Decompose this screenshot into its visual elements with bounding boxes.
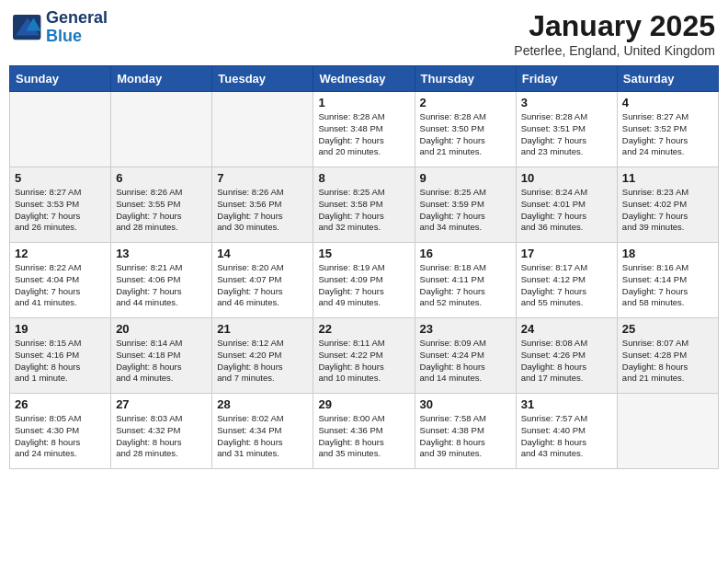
day-number: 2 — [420, 96, 511, 109]
day-info: Sunrise: 8:27 AM Sunset: 3:52 PM Dayligh… — [622, 111, 713, 158]
day-info: Sunrise: 8:17 AM Sunset: 4:12 PM Dayligh… — [521, 262, 612, 309]
day-info: Sunrise: 8:02 AM Sunset: 4:34 PM Dayligh… — [217, 413, 308, 460]
day-info: Sunrise: 8:25 AM Sunset: 3:59 PM Dayligh… — [420, 187, 511, 234]
weekday-header-friday: Friday — [516, 66, 617, 92]
day-info: Sunrise: 8:28 AM Sunset: 3:51 PM Dayligh… — [521, 111, 612, 158]
day-info: Sunrise: 8:19 AM Sunset: 4:09 PM Dayligh… — [318, 262, 409, 309]
calendar-cell: 2Sunrise: 8:28 AM Sunset: 3:50 PM Daylig… — [415, 92, 516, 167]
day-number: 22 — [318, 322, 409, 336]
calendar-cell: 8Sunrise: 8:25 AM Sunset: 3:58 PM Daylig… — [313, 167, 415, 243]
day-number: 3 — [521, 96, 612, 109]
day-number: 5 — [15, 171, 106, 185]
calendar-cell: 22Sunrise: 8:11 AM Sunset: 4:22 PM Dayli… — [313, 318, 415, 394]
calendar-cell: 11Sunrise: 8:23 AM Sunset: 4:02 PM Dayli… — [617, 167, 718, 243]
calendar-cell: 28Sunrise: 8:02 AM Sunset: 4:34 PM Dayli… — [212, 394, 313, 469]
day-info: Sunrise: 8:16 AM Sunset: 4:14 PM Dayligh… — [622, 262, 713, 309]
day-number: 19 — [15, 322, 106, 336]
day-number: 6 — [116, 171, 207, 185]
page-header: General Blue January 2025 Peterlee, Engl… — [9, 9, 719, 58]
calendar-week-4: 19Sunrise: 8:15 AM Sunset: 4:16 PM Dayli… — [10, 318, 719, 394]
calendar-cell: 5Sunrise: 8:27 AM Sunset: 3:53 PM Daylig… — [10, 167, 111, 243]
day-info: Sunrise: 8:00 AM Sunset: 4:36 PM Dayligh… — [318, 413, 409, 460]
calendar-cell: 16Sunrise: 8:18 AM Sunset: 4:11 PM Dayli… — [415, 243, 516, 318]
day-number: 10 — [521, 171, 612, 185]
day-info: Sunrise: 8:26 AM Sunset: 3:56 PM Dayligh… — [217, 187, 308, 234]
calendar-cell: 12Sunrise: 8:22 AM Sunset: 4:04 PM Dayli… — [10, 243, 111, 318]
day-number: 4 — [622, 96, 713, 109]
day-info: Sunrise: 8:03 AM Sunset: 4:32 PM Dayligh… — [116, 413, 207, 460]
day-info: Sunrise: 8:25 AM Sunset: 3:58 PM Dayligh… — [318, 187, 409, 234]
weekday-header-sunday: Sunday — [10, 66, 111, 92]
day-number: 11 — [622, 171, 713, 185]
day-info: Sunrise: 8:07 AM Sunset: 4:28 PM Dayligh… — [622, 338, 713, 385]
day-info: Sunrise: 8:26 AM Sunset: 3:55 PM Dayligh… — [116, 187, 207, 234]
logo-icon — [13, 15, 42, 40]
day-number: 21 — [217, 322, 308, 336]
day-number: 16 — [420, 247, 511, 260]
calendar-week-3: 12Sunrise: 8:22 AM Sunset: 4:04 PM Dayli… — [10, 243, 719, 318]
day-number: 26 — [15, 397, 106, 411]
day-info: Sunrise: 8:15 AM Sunset: 4:16 PM Dayligh… — [15, 338, 106, 385]
day-info: Sunrise: 8:11 AM Sunset: 4:22 PM Dayligh… — [318, 338, 409, 385]
day-number: 20 — [116, 322, 207, 336]
calendar-cell: 10Sunrise: 8:24 AM Sunset: 4:01 PM Dayli… — [516, 167, 617, 243]
day-info: Sunrise: 8:27 AM Sunset: 3:53 PM Dayligh… — [15, 187, 106, 234]
day-number: 12 — [15, 247, 106, 260]
day-info: Sunrise: 8:28 AM Sunset: 3:48 PM Dayligh… — [318, 111, 409, 158]
day-info: Sunrise: 8:09 AM Sunset: 4:24 PM Dayligh… — [420, 338, 511, 385]
day-number: 15 — [318, 247, 409, 260]
logo: General Blue — [13, 9, 108, 46]
day-number: 24 — [521, 322, 612, 336]
weekday-header-monday: Monday — [111, 66, 212, 92]
day-info: Sunrise: 8:12 AM Sunset: 4:20 PM Dayligh… — [217, 338, 308, 385]
calendar-cell: 14Sunrise: 8:20 AM Sunset: 4:07 PM Dayli… — [212, 243, 313, 318]
day-number: 25 — [622, 322, 713, 336]
calendar-cell: 19Sunrise: 8:15 AM Sunset: 4:16 PM Dayli… — [10, 318, 111, 394]
day-info: Sunrise: 7:58 AM Sunset: 4:38 PM Dayligh… — [420, 413, 511, 460]
day-number: 1 — [318, 96, 409, 109]
calendar-cell: 24Sunrise: 8:08 AM Sunset: 4:26 PM Dayli… — [516, 318, 617, 394]
day-number: 9 — [420, 171, 511, 185]
calendar-cell: 1Sunrise: 8:28 AM Sunset: 3:48 PM Daylig… — [313, 92, 415, 167]
calendar-cell — [617, 394, 718, 469]
weekday-header-tuesday: Tuesday — [212, 66, 313, 92]
day-info: Sunrise: 8:08 AM Sunset: 4:26 PM Dayligh… — [521, 338, 612, 385]
day-number: 27 — [116, 397, 207, 411]
calendar-cell: 6Sunrise: 8:26 AM Sunset: 3:55 PM Daylig… — [111, 167, 212, 243]
calendar-cell: 15Sunrise: 8:19 AM Sunset: 4:09 PM Dayli… — [313, 243, 415, 318]
day-number: 17 — [521, 247, 612, 260]
day-info: Sunrise: 8:20 AM Sunset: 4:07 PM Dayligh… — [217, 262, 308, 309]
day-number: 28 — [217, 397, 308, 411]
calendar-cell: 25Sunrise: 8:07 AM Sunset: 4:28 PM Dayli… — [617, 318, 718, 394]
weekday-header-saturday: Saturday — [617, 66, 718, 92]
calendar-cell: 27Sunrise: 8:03 AM Sunset: 4:32 PM Dayli… — [111, 394, 212, 469]
calendar-cell: 18Sunrise: 8:16 AM Sunset: 4:14 PM Dayli… — [617, 243, 718, 318]
calendar-cell: 7Sunrise: 8:26 AM Sunset: 3:56 PM Daylig… — [212, 167, 313, 243]
day-info: Sunrise: 8:22 AM Sunset: 4:04 PM Dayligh… — [15, 262, 106, 309]
day-info: Sunrise: 7:57 AM Sunset: 4:40 PM Dayligh… — [521, 413, 612, 460]
day-number: 7 — [217, 171, 308, 185]
calendar-cell: 26Sunrise: 8:05 AM Sunset: 4:30 PM Dayli… — [10, 394, 111, 469]
calendar-cell — [10, 92, 111, 167]
month-title: January 2025 — [514, 9, 715, 43]
calendar-cell: 21Sunrise: 8:12 AM Sunset: 4:20 PM Dayli… — [212, 318, 313, 394]
calendar-cell — [212, 92, 313, 167]
calendar-table: SundayMondayTuesdayWednesdayThursdayFrid… — [9, 65, 719, 469]
day-number: 8 — [318, 171, 409, 185]
calendar-cell: 3Sunrise: 8:28 AM Sunset: 3:51 PM Daylig… — [516, 92, 617, 167]
location: Peterlee, England, United Kingdom — [514, 43, 715, 58]
logo-text: General Blue — [46, 9, 108, 46]
day-info: Sunrise: 8:24 AM Sunset: 4:01 PM Dayligh… — [521, 187, 612, 234]
weekday-header-wednesday: Wednesday — [313, 66, 415, 92]
calendar-cell: 20Sunrise: 8:14 AM Sunset: 4:18 PM Dayli… — [111, 318, 212, 394]
day-number: 29 — [318, 397, 409, 411]
calendar-cell: 9Sunrise: 8:25 AM Sunset: 3:59 PM Daylig… — [415, 167, 516, 243]
calendar-cell: 29Sunrise: 8:00 AM Sunset: 4:36 PM Dayli… — [313, 394, 415, 469]
day-number: 18 — [622, 247, 713, 260]
calendar-week-1: 1Sunrise: 8:28 AM Sunset: 3:48 PM Daylig… — [10, 92, 719, 167]
day-number: 13 — [116, 247, 207, 260]
calendar-week-2: 5Sunrise: 8:27 AM Sunset: 3:53 PM Daylig… — [10, 167, 719, 243]
day-info: Sunrise: 8:28 AM Sunset: 3:50 PM Dayligh… — [420, 111, 511, 158]
calendar-cell: 23Sunrise: 8:09 AM Sunset: 4:24 PM Dayli… — [415, 318, 516, 394]
calendar-cell: 4Sunrise: 8:27 AM Sunset: 3:52 PM Daylig… — [617, 92, 718, 167]
